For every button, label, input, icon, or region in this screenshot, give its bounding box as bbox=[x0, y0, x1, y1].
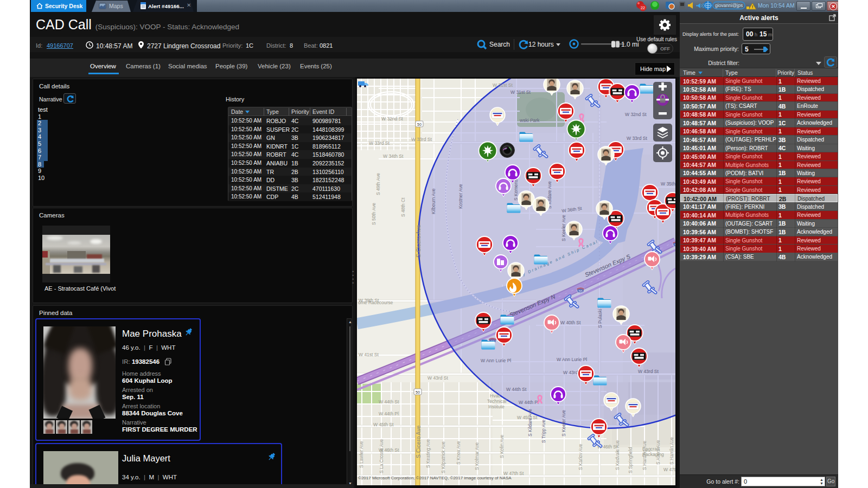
svg-text:12 hours: 12 hours bbox=[528, 41, 554, 48]
svg-text:W 35th St: W 35th St bbox=[661, 181, 675, 187]
svg-text:W 33rd St: W 33rd St bbox=[411, 137, 432, 142]
svg-text:S 50th Ave: S 50th Ave bbox=[371, 203, 376, 225]
svg-text:Hvac: Hvac bbox=[490, 393, 501, 399]
svg-text:Institute: Institute bbox=[488, 404, 505, 409]
svg-text:S Kolin Ave: S Kolin Ave bbox=[499, 434, 505, 458]
svg-text:S Kolmar Ave: S Kolmar Ave bbox=[474, 442, 480, 470]
svg-text:Kostner Ave: Kostner Ave bbox=[458, 184, 463, 209]
svg-text:W 34th St: W 34th St bbox=[383, 153, 404, 159]
svg-text:S Kedvale Ave: S Kedvale Ave bbox=[615, 440, 620, 470]
svg-text:W 47th St: W 47th St bbox=[663, 467, 675, 472]
svg-text:W 33rd St: W 33rd St bbox=[369, 140, 390, 146]
svg-text:S Knox Ave: S Knox Ave bbox=[456, 441, 461, 465]
svg-text:50: 50 bbox=[417, 123, 422, 126]
svg-text:W 33rd St: W 33rd St bbox=[627, 136, 647, 141]
svg-text:S Avers Ave: S Avers Ave bbox=[655, 440, 661, 465]
svg-text:S Tripp Ave: S Tripp Ave bbox=[541, 419, 546, 443]
svg-text:W 40th St: W 40th St bbox=[560, 320, 581, 325]
svg-text:W 31st St: W 31st St bbox=[493, 82, 513, 88]
svg-text:50: 50 bbox=[416, 390, 420, 394]
svg-text:W 43rd St: W 43rd St bbox=[638, 369, 659, 374]
svg-text:W Ann Lurie Pl: W Ann Lurie Pl bbox=[481, 358, 511, 363]
svg-text:S Kildare Ave: S Kildare Ave bbox=[527, 409, 533, 436]
svg-text:S Karlov Ave: S Karlov Ave bbox=[578, 444, 583, 470]
svg-text:S 49th Ave: S 49th Ave bbox=[375, 173, 381, 195]
svg-text:Search: Search bbox=[489, 41, 510, 48]
svg-text:Kilbourn Ave: Kilbourn Ave bbox=[431, 188, 436, 214]
svg-text:W 44th St: W 44th St bbox=[506, 387, 527, 392]
svg-text:S 48th Ct: S 48th Ct bbox=[400, 197, 406, 217]
svg-text:W 45th St: W 45th St bbox=[373, 422, 394, 427]
svg-text:S Hamlin Ave: S Hamlin Ave bbox=[669, 437, 674, 465]
svg-text:S Keeler Ave: S Keeler Ave bbox=[561, 410, 566, 436]
svg-text:S Kilpatrick Ave: S Kilpatrick Ave bbox=[441, 441, 446, 473]
svg-text:ome Racecourse: ome Racecourse bbox=[358, 300, 393, 305]
svg-text:Technical: Technical bbox=[487, 399, 507, 404]
svg-text:W 32nd St: W 32nd St bbox=[381, 116, 403, 121]
svg-text:wski Park: wski Park bbox=[519, 118, 540, 123]
svg-text:W 44th Pl: W 44th Pl bbox=[519, 400, 539, 405]
svg-text:W 31st St: W 31st St bbox=[510, 89, 531, 95]
svg-text:22: 22 bbox=[641, 6, 645, 10]
svg-text:S Cicero Ave: S Cicero Ave bbox=[415, 425, 422, 458]
svg-text:W 44th Pl: W 44th Pl bbox=[379, 411, 399, 416]
svg-text:S La Crosse Ave: S La Crosse Ave bbox=[379, 439, 384, 473]
svg-text:S Springfield: S Springfield bbox=[628, 447, 633, 473]
svg-text:W 41st St: W 41st St bbox=[359, 352, 379, 357]
svg-text:!: ! bbox=[752, 4, 754, 9]
svg-text:W 44th St: W 44th St bbox=[379, 399, 399, 404]
svg-text:W Ann Lurie Pl: W Ann Lurie Pl bbox=[557, 357, 587, 362]
svg-text:S Lawler Ave: S Lawler Ave bbox=[359, 441, 364, 468]
svg-text:S Keating Ave: S Keating Ave bbox=[425, 439, 431, 468]
svg-text:S Harding Ave: S Harding Ave bbox=[642, 441, 647, 470]
svg-text:W 43rd St: W 43rd St bbox=[427, 375, 448, 381]
svg-text:giovanni@jps: giovanni@jps bbox=[715, 3, 743, 8]
svg-text:W 32nd St: W 32nd St bbox=[625, 112, 647, 117]
svg-text:S Cicero Ave: S Cicero Ave bbox=[415, 224, 422, 258]
